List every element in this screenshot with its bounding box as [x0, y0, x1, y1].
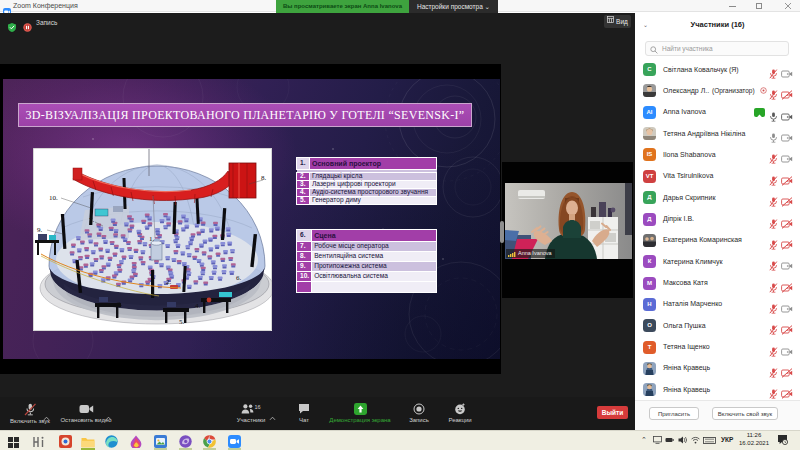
svg-text:5.: 5.: [179, 318, 185, 326]
svg-text:7.: 7.: [89, 216, 95, 224]
svg-text:3.: 3.: [117, 300, 123, 308]
svg-text:1.: 1.: [149, 235, 155, 243]
svg-text:9.: 9.: [37, 226, 43, 234]
svg-text:10.: 10.: [49, 194, 58, 202]
svg-text:8.: 8.: [261, 174, 267, 182]
svg-text:6.: 6.: [236, 274, 242, 282]
svg-text:4.: 4.: [195, 302, 201, 310]
svg-text:2.: 2.: [166, 278, 172, 286]
